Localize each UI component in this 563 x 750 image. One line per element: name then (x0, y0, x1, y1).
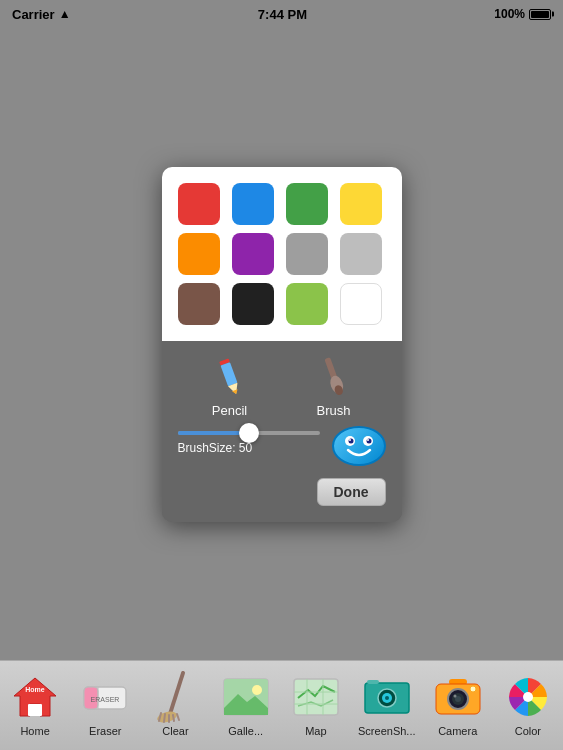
brush-tool[interactable]: Brush (312, 355, 356, 418)
svg-point-9 (348, 438, 353, 443)
toolbar-label-gallery: Galle... (228, 725, 263, 737)
controls-row: BrushSize: 50 (178, 426, 386, 466)
toolbar-item-screenshot[interactable]: ScreenSh... (358, 671, 415, 737)
toolbar-label-eraser: Eraser (89, 725, 121, 737)
toolbar-item-map[interactable]: Map (288, 671, 344, 737)
status-bar: Carrier ▲ 7:44 PM 100% (0, 0, 563, 28)
screenshot-icon (364, 678, 410, 716)
svg-point-11 (349, 439, 351, 441)
toolbar-item-color[interactable]: Color (500, 671, 556, 737)
color-grid-section (162, 167, 402, 341)
toolbar-label-clear: Clear (162, 725, 188, 737)
wifi-icon: ▲ (59, 7, 71, 21)
toolbar-item-home[interactable]: Home Home (7, 671, 63, 737)
battery-percent: 100% (494, 7, 525, 21)
color-tool-popup: Pencil Brush (162, 167, 402, 522)
toolbar-label-camera: Camera (438, 725, 477, 737)
pencil-svg (212, 355, 248, 399)
color-swatch-brown[interactable] (178, 283, 220, 325)
tools-section: Pencil Brush (162, 341, 402, 522)
gallery-icon (223, 678, 269, 716)
svg-point-49 (523, 692, 533, 702)
eraser-icon-wrap: ERASER (79, 671, 131, 723)
svg-rect-14 (28, 704, 42, 716)
done-row: Done (178, 478, 386, 506)
bottom-toolbar: Home Home ERASER Eraser (0, 660, 563, 750)
pencil-label: Pencil (212, 403, 247, 418)
color-swatch-gray-medium[interactable] (286, 233, 328, 275)
color-swatch-yellow[interactable] (340, 183, 382, 225)
toolbar-label-home: Home (20, 725, 49, 737)
camera-icon (435, 677, 481, 717)
gallery-icon-wrap (220, 671, 272, 723)
brush-size-label: BrushSize: 50 (178, 441, 320, 455)
clear-icon-wrap (149, 671, 201, 723)
slider-thumb[interactable] (239, 423, 259, 443)
svg-point-12 (367, 439, 369, 441)
toolbar-label-color: Color (515, 725, 541, 737)
color-swatch-orange[interactable] (178, 233, 220, 275)
home-icon-wrap: Home (9, 671, 61, 723)
home-icon: Home (10, 672, 60, 722)
svg-point-48 (470, 686, 476, 692)
color-swatch-purple[interactable] (232, 233, 274, 275)
slider-section[interactable]: BrushSize: 50 (178, 431, 320, 461)
smiley-avatar (332, 426, 386, 466)
tools-row: Pencil Brush (178, 355, 386, 418)
svg-line-26 (173, 715, 174, 721)
svg-point-30 (252, 685, 262, 695)
svg-line-27 (177, 714, 179, 720)
toolbar-label-screenshot: ScreenSh... (358, 725, 415, 737)
color-swatch-gray-light[interactable] (340, 233, 382, 275)
color-pinwheel-icon (505, 674, 551, 720)
svg-line-24 (164, 714, 165, 722)
svg-line-21 (169, 673, 183, 717)
svg-point-41 (385, 696, 389, 700)
svg-rect-38 (367, 680, 379, 684)
pencil-tool[interactable]: Pencil (208, 355, 252, 418)
camera-icon-wrap (432, 671, 484, 723)
toolbar-item-gallery[interactable]: Galle... (218, 671, 274, 737)
color-swatch-white[interactable] (340, 283, 382, 325)
brush-icon (312, 355, 356, 399)
color-swatch-red[interactable] (178, 183, 220, 225)
carrier-label: Carrier (12, 7, 55, 22)
broom-icon (155, 671, 195, 723)
svg-text:ERASER: ERASER (91, 696, 120, 703)
color-swatch-lime[interactable] (286, 283, 328, 325)
map-icon-wrap (290, 671, 342, 723)
screenshot-icon-wrap (361, 671, 413, 723)
status-time: 7:44 PM (258, 7, 307, 22)
smiley-oval (332, 426, 386, 466)
smiley-face-svg (334, 428, 384, 464)
svg-rect-1 (220, 362, 237, 386)
brush-svg (316, 355, 352, 399)
toolbar-label-map: Map (305, 725, 326, 737)
toolbar-item-camera[interactable]: Camera (430, 671, 486, 737)
battery-icon (529, 9, 551, 20)
color-grid (178, 183, 386, 325)
color-swatch-black[interactable] (232, 283, 274, 325)
map-icon (293, 678, 339, 716)
drawing-area[interactable]: Pencil Brush (0, 28, 563, 660)
brush-label: Brush (317, 403, 351, 418)
done-button[interactable]: Done (317, 478, 386, 506)
color-swatch-blue[interactable] (232, 183, 274, 225)
brush-size-track[interactable] (178, 431, 320, 435)
svg-point-10 (366, 438, 371, 443)
toolbar-item-eraser[interactable]: ERASER Eraser (77, 671, 133, 737)
pencil-icon (208, 355, 252, 399)
svg-point-47 (453, 694, 456, 697)
eraser-icon: ERASER (82, 679, 128, 715)
color-icon-wrap (502, 671, 554, 723)
svg-text:Home: Home (25, 686, 45, 693)
toolbar-item-clear[interactable]: Clear (147, 671, 203, 737)
color-swatch-green[interactable] (286, 183, 328, 225)
